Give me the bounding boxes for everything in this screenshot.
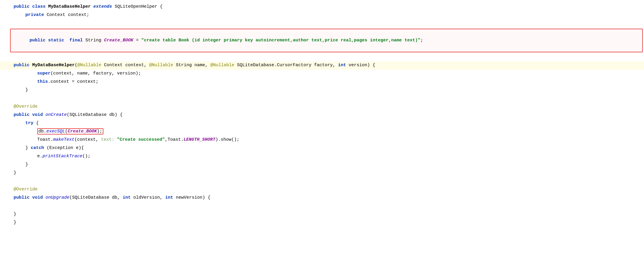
line-content-13: try {	[9, 120, 644, 127]
code-line-13: try {	[0, 119, 644, 128]
code-line-8: this.context = context;	[0, 78, 644, 86]
code-line-5	[0, 53, 644, 61]
code-editor: public class MyDataBaseHelper extends SQ…	[0, 0, 644, 269]
code-line-18: }	[0, 161, 644, 169]
code-line-12: public void onCreate(SQLiteDatabase db) …	[0, 111, 644, 119]
line-content-12: public void onCreate(SQLiteDatabase db) …	[9, 111, 644, 119]
line-content-18: }	[9, 161, 644, 168]
line-content-22: public void onUpgrade(SQLiteDatabase db,…	[9, 194, 644, 201]
code-line-22: public void onUpgrade(SQLiteDatabase db,…	[0, 194, 644, 202]
line-content-6: public MyDataBaseHelper(@Nullable Contex…	[9, 62, 644, 69]
line-content-16: } catch (Exception e){	[9, 145, 644, 152]
code-line-25: }	[0, 219, 644, 227]
line-content-8: this.context = context;	[9, 78, 644, 85]
line-content-14: db.execSQL(Create_BOOK);	[9, 128, 644, 135]
line-content-24: }	[9, 211, 644, 218]
line-content-15: Toast.makeText(context, text: "Create su…	[9, 136, 644, 143]
code-line-3	[0, 20, 644, 28]
line-content-4: public static final String Create_BOOK =…	[10, 29, 643, 52]
code-line-23	[0, 202, 644, 210]
line-content-2: private Context context;	[9, 12, 644, 19]
code-line-16: } catch (Exception e){	[0, 144, 644, 153]
code-line-24: }	[0, 210, 644, 219]
code-line-11: @Override	[0, 103, 644, 111]
line-content-1: public class MyDataBaseHelper extends SQ…	[9, 3, 644, 10]
code-line-20	[0, 177, 644, 186]
code-line-7: super(context, name, factory, version);	[0, 70, 644, 78]
line-content-25: }	[9, 219, 644, 226]
code-line-15: Toast.makeText(context, text: "Create su…	[0, 136, 644, 144]
code-line-19: }	[0, 169, 644, 177]
code-line-17: e.printStackTrace();	[0, 153, 644, 161]
line-content-9: }	[9, 87, 644, 94]
code-line-4: public static final String Create_BOOK =…	[0, 28, 644, 53]
code-line-10	[0, 95, 644, 103]
line-content-19: }	[9, 169, 644, 176]
line-content-11: @Override	[9, 103, 644, 110]
code-line-9: }	[0, 86, 644, 95]
code-line-1: public class MyDataBaseHelper extends SQ…	[0, 3, 644, 11]
code-line-2: private Context context;	[0, 11, 644, 20]
code-line-21: @Override	[0, 186, 644, 194]
line-content-7: super(context, name, factory, version);	[9, 70, 644, 77]
code-line-6: public MyDataBaseHelper(@Nullable Contex…	[0, 61, 644, 70]
line-content-21: @Override	[9, 186, 644, 193]
line-content-17: e.printStackTrace();	[9, 153, 644, 160]
code-line-14: db.execSQL(Create_BOOK);	[0, 128, 644, 136]
